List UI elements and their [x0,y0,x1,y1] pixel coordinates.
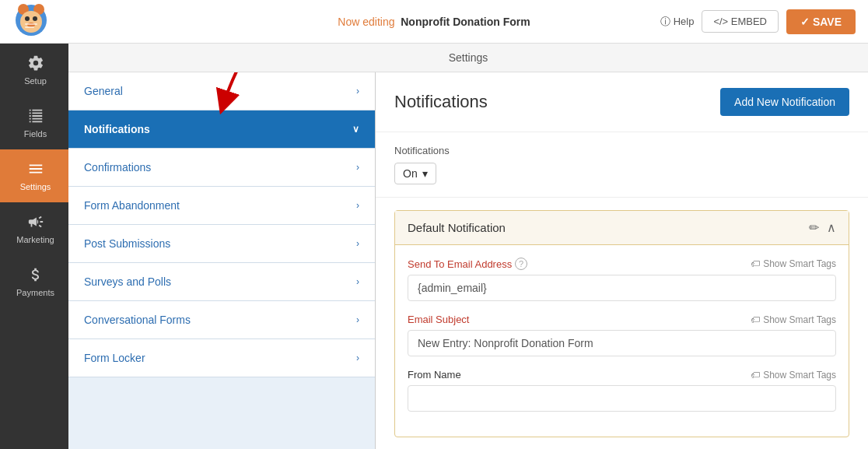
main-content: Notifications Add New Notification Notif… [376,72,868,449]
main-layout: Setup Fields Settings Marketing Payments… [0,44,868,449]
notifications-content: Notifications Add New Notification Notif… [376,72,868,449]
email-subject-label-row: Email Subject 🏷 Show Smart Tags [408,314,836,325]
svg-point-4 [25,16,30,21]
svg-point-5 [33,16,37,21]
show-smart-tags-from[interactable]: 🏷 Show Smart Tags [751,370,836,381]
chevron-right-icon: › [356,86,359,96]
from-name-label-row: From Name 🏷 Show Smart Tags [408,369,836,381]
help-button[interactable]: ⓘ Help [660,15,695,29]
nav-item-post-submissions[interactable]: Post Submissions › [68,225,375,263]
email-subject-input[interactable] [408,330,836,356]
notif-box-actions: ✏ ∧ [809,220,836,235]
send-to-label-row: Send To Email Address ? 🏷 Show Smart Tag… [408,258,836,270]
topbar: Now editing Nonprofit Donation Form ⓘ He… [0,0,868,44]
nav-item-confirmations[interactable]: Confirmations › [68,149,375,187]
settings-banner: Settings [68,44,868,72]
notif-body: Send To Email Address ? 🏷 Show Smart Tag… [395,245,849,437]
email-subject-label: Email Subject [408,314,469,325]
from-name-input[interactable] [408,385,836,412]
sidebar-item-marketing[interactable]: Marketing [0,202,68,255]
notifications-toggle-select[interactable]: On ▾ [394,163,436,184]
chevron-right-icon-fl: › [356,353,359,363]
notifications-toggle-section: Notifications On ▾ [376,132,868,198]
add-new-notification-button[interactable]: Add New Notification [720,88,849,116]
nav-item-surveys-polls[interactable]: Surveys and Polls › [68,263,375,301]
notifications-title: Notifications [394,92,488,112]
sidebar-item-payments-label: Payments [16,288,54,297]
default-notification-header: Default Notification ✏ ∧ [395,211,849,245]
nav-item-form-abandonment[interactable]: Form Abandonment › [68,187,375,225]
nav-item-general[interactable]: General › [68,72,375,110]
nav-item-form-locker[interactable]: Form Locker › [68,339,375,377]
chevron-right-icon-conf: › [356,162,359,173]
content-area-wrapper: Settings General › Notifications ∨ [68,44,868,449]
sidebar-item-setup-label: Setup [24,76,47,86]
send-to-input[interactable] [408,275,836,301]
chevron-down-icon: ∨ [352,124,359,135]
notifications-header: Notifications Add New Notification [376,72,868,132]
email-subject-field-row: Email Subject 🏷 Show Smart Tags [408,314,836,356]
send-to-label-group: Send To Email Address ? [408,258,527,270]
chevron-right-icon-ps: › [356,238,359,249]
chevron-right-icon-sp: › [356,276,359,287]
sidebar-item-payments[interactable]: Payments [0,255,68,308]
tag-icon-from: 🏷 [751,370,760,381]
save-button[interactable]: ✓ SAVE [786,9,856,34]
sidebar-item-fields-label: Fields [24,129,47,139]
embed-icon: </> EMBED [713,16,767,27]
question-icon: ⓘ [660,15,670,29]
edit-icon[interactable]: ✏ [809,220,819,235]
icon-nav: Setup Fields Settings Marketing Payments [0,44,68,449]
from-name-field-row: From Name 🏷 Show Smart Tags [408,369,836,412]
embed-button[interactable]: </> EMBED [702,10,779,33]
chevron-down-icon-select: ▾ [422,167,428,180]
default-notification-title: Default Notification [408,221,506,234]
tag-icon-subject: 🏷 [751,314,760,325]
notifications-toggle-label: Notifications [394,145,849,156]
editing-label: Now editing [338,16,394,28]
collapse-icon[interactable]: ∧ [827,220,836,235]
show-smart-tags-subject[interactable]: 🏷 Show Smart Tags [751,314,836,325]
nav-item-notifications[interactable]: Notifications ∨ [68,110,375,149]
sidebar-item-setup[interactable]: Setup [0,44,68,96]
topbar-title: Now editing Nonprofit Donation Form [338,16,530,28]
tag-icon: 🏷 [751,258,760,269]
below-banner: General › Notifications ∨ [68,72,868,449]
sidebar-item-marketing-label: Marketing [16,235,54,244]
sidebar-item-fields[interactable]: Fields [0,96,68,149]
form-name: Nonprofit Donation Form [401,16,530,28]
svg-rect-7 [25,23,37,25]
sidebar-item-settings-label: Settings [20,182,51,191]
from-name-label: From Name [408,369,461,381]
chevron-right-icon-fa: › [356,200,359,211]
svg-point-3 [20,11,42,33]
secondary-nav: General › Notifications ∨ [68,72,376,449]
chevron-right-icon-cf: › [356,314,359,325]
send-to-field-row: Send To Email Address ? 🏷 Show Smart Tag… [408,258,836,301]
default-notification-box: Default Notification ✏ ∧ [394,210,849,437]
logo [12,2,50,41]
help-icon-send-to[interactable]: ? [515,258,527,270]
send-to-label: Send To Email Address [408,258,512,270]
show-smart-tags-send-to[interactable]: 🏷 Show Smart Tags [751,258,836,269]
nav-item-conversational-forms[interactable]: Conversational Forms › [68,301,375,339]
svg-rect-8 [25,26,34,28]
sidebar-item-settings[interactable]: Settings [0,149,68,202]
topbar-actions: ⓘ Help </> EMBED ✓ SAVE [660,9,856,34]
